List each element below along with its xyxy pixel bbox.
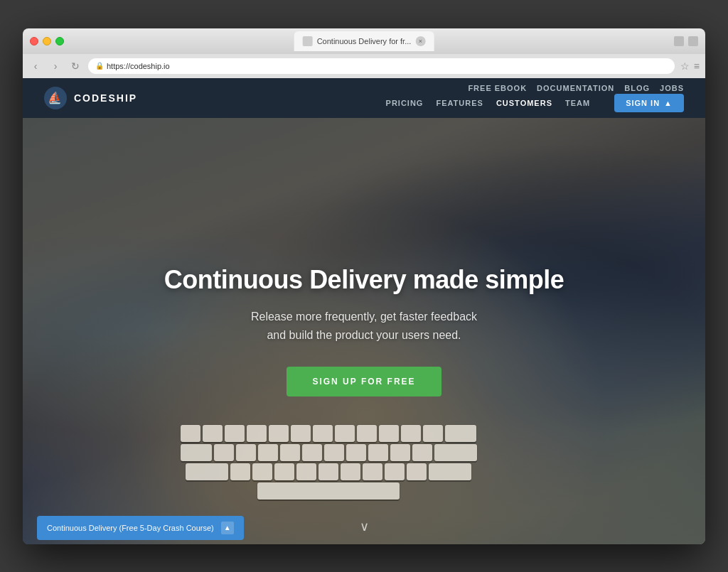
course-pill-arrow-icon: ▲ [221, 522, 234, 534]
key [390, 444, 410, 461]
window-resize-icon [674, 36, 684, 46]
site-logo[interactable]: ⛵ CODESHIP [44, 87, 137, 109]
site-nav: ⛵ CODESHIP FREE EBOOK DOCUMENTATION BLOG… [23, 78, 705, 118]
key [302, 444, 322, 461]
website-content: ⛵ CODESHIP FREE EBOOK DOCUMENTATION BLOG… [23, 78, 705, 544]
tab-bar: Continuous Delivery for fr... × [294, 31, 434, 51]
key [346, 444, 366, 461]
key [258, 444, 278, 461]
nav-link-customers[interactable]: CUSTOMERS [496, 99, 552, 107]
nav-link-ebook[interactable]: FREE EBOOK [468, 84, 527, 92]
course-pill[interactable]: Continuous Delivery (Free 5-Day Crash Co… [37, 516, 244, 540]
key [401, 425, 421, 442]
key [445, 425, 476, 442]
nav-links-container: FREE EBOOK DOCUMENTATION BLOG JOBS PRICI… [386, 84, 684, 112]
key [412, 444, 432, 461]
key [324, 444, 344, 461]
hero-section: Continuous Delivery made simple Release … [23, 118, 705, 544]
nav-link-features[interactable]: FEATURES [436, 99, 483, 107]
browser-actions: ☆ ≡ [680, 60, 700, 72]
signup-button[interactable]: SIGN UP FOR FREE [287, 367, 441, 396]
key [318, 463, 338, 480]
key [230, 463, 250, 480]
key [214, 444, 234, 461]
signin-user-icon: ▲ [664, 99, 673, 107]
window-profile-icon [688, 36, 698, 46]
keyboard-art [94, 425, 563, 502]
key [296, 463, 316, 480]
close-button[interactable] [30, 37, 38, 45]
key [335, 425, 355, 442]
back-button[interactable]: ‹ [28, 59, 43, 73]
key [385, 463, 405, 480]
key [429, 463, 471, 480]
hero-subtitle-line2: and build the product your users need. [267, 329, 461, 341]
key [341, 463, 360, 480]
key [363, 463, 382, 480]
refresh-button[interactable]: ↻ [68, 59, 82, 73]
hero-title: Continuous Delivery made simple [164, 265, 564, 295]
spacebar-key [257, 482, 400, 500]
key [225, 425, 245, 442]
browser-tab[interactable]: Continuous Delivery for fr... × [294, 31, 434, 51]
forward-button[interactable]: › [48, 59, 63, 73]
key [181, 425, 200, 442]
logo-icon: ⛵ [44, 87, 67, 109]
key [269, 425, 289, 442]
ssl-lock-icon: 🔒 [95, 62, 104, 70]
bottom-bar: Continuous Delivery (Free 5-Day Crash Co… [23, 512, 705, 544]
nav-main-row: PRICING FEATURES CUSTOMERS TEAM SIGN IN … [386, 94, 684, 112]
key [368, 444, 388, 461]
bookmark-icon[interactable]: ☆ [680, 60, 690, 72]
key [236, 444, 256, 461]
tab-title: Continuous Delivery for fr... [317, 37, 412, 45]
nav-link-team[interactable]: TEAM [565, 99, 590, 107]
browser-titlebar: Continuous Delivery for fr... × [23, 28, 705, 54]
browser-window: Continuous Delivery for fr... × ‹ › ↻ 🔒 … [23, 28, 705, 544]
hero-subtitle: Release more frequently, get faster feed… [164, 308, 564, 344]
hero-subtitle-line1: Release more frequently, get faster feed… [251, 311, 477, 323]
nav-link-jobs[interactable]: JOBS [660, 84, 684, 92]
nav-link-pricing[interactable]: PRICING [386, 99, 424, 107]
maximize-button[interactable] [55, 37, 64, 45]
key [274, 463, 294, 480]
window-controls-right [674, 36, 698, 46]
key [407, 463, 427, 480]
key [252, 463, 272, 480]
tab-favicon [303, 36, 313, 46]
browser-menu-icon[interactable]: ≡ [694, 60, 700, 72]
key [423, 425, 443, 442]
key [313, 425, 333, 442]
hero-content: Continuous Delivery made simple Release … [164, 265, 564, 396]
browser-addressbar: ‹ › ↻ 🔒 https://codeship.io ☆ ≡ [23, 54, 705, 78]
key [247, 425, 267, 442]
course-pill-label: Continuous Delivery (Free 5-Day Crash Co… [47, 524, 214, 532]
key [186, 463, 228, 480]
signin-button[interactable]: SIGN IN ▲ [614, 94, 684, 112]
address-bar[interactable]: 🔒 https://codeship.io [88, 58, 675, 74]
key [379, 425, 399, 442]
key [434, 444, 477, 461]
logo-text: CODESHIP [74, 92, 137, 104]
key [291, 425, 311, 442]
key [357, 425, 377, 442]
key [280, 444, 300, 461]
url-text: https://codeship.io [107, 62, 170, 70]
traffic-lights [30, 37, 64, 45]
nav-link-docs[interactable]: DOCUMENTATION [537, 84, 614, 92]
key [203, 425, 223, 442]
signin-label: SIGN IN [626, 99, 660, 107]
nav-link-blog[interactable]: BLOG [624, 84, 650, 92]
minimize-button[interactable] [43, 37, 51, 45]
tab-close-button[interactable]: × [415, 36, 425, 46]
nav-top-row: FREE EBOOK DOCUMENTATION BLOG JOBS [468, 84, 684, 92]
key [181, 444, 212, 461]
